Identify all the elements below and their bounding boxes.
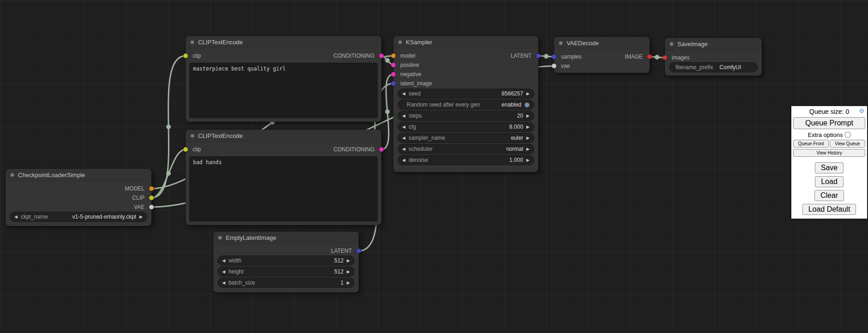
decrement-arrow-icon[interactable]: ◀ [222,270,225,274]
output-slot-dot-conditioning[interactable] [379,54,384,58]
widget-label: width [229,257,241,264]
extra-options-checkbox[interactable] [845,132,850,137]
node-title-bar[interactable]: CLIPTextEncode [186,130,381,142]
widget-width[interactable]: ◀ width 512 ▶ [217,256,355,266]
widget-cfg[interactable]: ◀ cfg 8.000 ▶ [398,122,534,132]
view-history-button[interactable]: View History [793,149,865,157]
link-midpoint-dot[interactable] [544,54,549,59]
clear-button[interactable]: Clear [814,190,844,201]
increment-arrow-icon[interactable]: ▶ [526,125,530,129]
node-vaedecode[interactable]: VAEDecode samples IMAGE vae [554,37,650,73]
output-slot-dot-latent[interactable] [356,249,361,253]
widget-label: batch_size [229,279,255,286]
input-slot-samples: samples [554,52,582,61]
increment-arrow-icon[interactable]: ▶ [139,215,143,219]
prompt-textarea[interactable]: bad hands [189,156,378,221]
increment-arrow-icon[interactable]: ▶ [526,158,530,162]
increment-arrow-icon[interactable]: ▶ [347,259,350,263]
node-saveimage[interactable]: SaveImage images filename_prefix ComfyUI [665,38,762,76]
decrement-arrow-icon[interactable]: ◀ [402,136,405,140]
node-cliptextencode-positive[interactable]: CLIPTextEncode clip CONDITIONING masterp… [186,36,381,122]
link-midpoint-dot[interactable] [385,109,390,114]
queue-front-button[interactable]: Queue Front [793,140,829,148]
decrement-arrow-icon[interactable]: ◀ [402,158,405,162]
input-slot-dot-images[interactable] [663,55,667,60]
decrement-arrow-icon[interactable]: ◀ [402,114,405,118]
input-slot-clip: clip [186,145,201,154]
node-title-bar[interactable]: KSampler [393,36,538,48]
increment-arrow-icon[interactable]: ▶ [526,147,530,151]
output-slot-conditioning: CONDITIONING [333,51,381,60]
decrement-arrow-icon[interactable]: ◀ [402,92,405,96]
node-ksampler[interactable]: KSampler model LATENT positive negative … [393,36,538,172]
output-slot-vae: VAE [134,202,151,212]
input-slot-dot-model[interactable] [391,54,396,58]
queue-prompt-button[interactable]: Queue Prompt [793,117,865,129]
widget-sampler-name[interactable]: ◀ sampler_name euler ▶ [398,133,534,143]
input-slot-dot-positive[interactable] [391,63,396,67]
increment-arrow-icon[interactable]: ▶ [526,114,530,118]
input-slot-dot-samples[interactable] [552,54,556,59]
node-emptylatentimage[interactable]: EmptyLatentImage LATENT ◀ width 512 ▶ ◀ … [213,232,359,292]
node-title-bar[interactable]: EmptyLatentImage [213,232,359,244]
increment-arrow-icon[interactable]: ▶ [526,92,530,96]
decrement-arrow-icon[interactable]: ◀ [222,259,225,263]
widget-steps[interactable]: ◀ steps 20 ▶ [398,111,534,121]
link-midpoint-dot[interactable] [385,58,390,63]
increment-arrow-icon[interactable]: ▶ [347,270,350,274]
view-queue-button[interactable]: View Queue [830,140,865,148]
load-button[interactable]: Load [815,176,844,187]
toggle-dot-icon[interactable] [524,102,530,107]
output-slot-clip: CLIP [132,193,151,202]
output-slot-dot-clip[interactable] [149,196,154,200]
widget-label: seed [409,90,421,97]
node-title-bar[interactable]: SaveImage [665,38,762,50]
output-slot-label: CONDITIONING [333,146,374,153]
node-checkpointloadersimple[interactable]: CheckpointLoaderSimple MODEL CLIP VAE ◀ … [6,169,151,226]
input-slot-dot-vae[interactable] [552,64,556,68]
output-slot-dot-model[interactable] [149,186,154,191]
prompt-textarea[interactable]: masterpiece best quality girl [189,63,378,118]
node-title-bar[interactable]: CheckpointLoaderSimple [6,169,151,181]
widget-denoise[interactable]: ◀ denoise 1.000 ▶ [398,155,534,165]
output-slot-label: CLIP [132,195,145,201]
link-midpoint-dot[interactable] [655,55,659,59]
decrement-arrow-icon[interactable]: ◀ [222,281,225,285]
widget-label: steps [409,113,422,119]
increment-arrow-icon[interactable]: ▶ [347,281,350,285]
widget-value: 20 [517,113,523,119]
widget-seed[interactable]: ◀ seed 8566257 ▶ [398,89,534,99]
widget-batch-size[interactable]: ◀ batch_size 1 ▶ [217,278,355,288]
node-cliptextencode-negative[interactable]: CLIPTextEncode clip CONDITIONING bad han… [186,130,381,225]
input-slot-dot-latent-image[interactable] [391,81,396,86]
input-slot-label: samples [561,54,582,60]
node-title-bar[interactable]: VAEDecode [554,37,650,49]
node-title-bar[interactable]: CLIPTextEncode [186,36,381,48]
widget-ckpt-name[interactable]: ◀ ckpt_name v1-5-pruned-emaonly.ckpt ▶ [10,212,147,222]
load-default-button[interactable]: Load Default [802,204,856,215]
output-slot-dot-image[interactable] [647,54,652,59]
widget-scheduler[interactable]: ◀ scheduler normal ▶ [398,144,534,154]
save-button[interactable]: Save [815,162,844,173]
input-slot-dot-negative[interactable] [391,72,396,77]
widget-random-seed-toggle[interactable]: Random seed after every gen enabled [398,100,534,110]
input-slot-latent-image: latent_image [393,79,432,88]
input-slot-dot-clip[interactable] [183,147,188,152]
node-canvas[interactable]: CheckpointLoaderSimple MODEL CLIP VAE ◀ … [0,0,868,333]
decrement-arrow-icon[interactable]: ◀ [14,215,18,219]
settings-gear-icon[interactable]: ⚙ [859,108,864,114]
link-midpoint-dot[interactable] [166,171,171,176]
input-slot-dot-clip[interactable] [183,54,188,58]
node-status-dot-icon [398,40,402,44]
output-slot-dot-conditioning[interactable] [379,147,384,152]
input-slot-label: latent_image [400,80,432,87]
link-midpoint-dot[interactable] [166,125,171,129]
increment-arrow-icon[interactable]: ▶ [526,136,530,140]
output-slot-dot-vae[interactable] [149,205,154,209]
output-slot-dot-latent[interactable] [536,54,541,58]
decrement-arrow-icon[interactable]: ◀ [402,125,405,129]
output-slot-latent: LATENT [331,246,359,256]
widget-height[interactable]: ◀ height 512 ▶ [217,267,355,277]
widget-filename-prefix[interactable]: filename_prefix ComfyUI [669,62,758,72]
decrement-arrow-icon[interactable]: ◀ [402,147,405,151]
